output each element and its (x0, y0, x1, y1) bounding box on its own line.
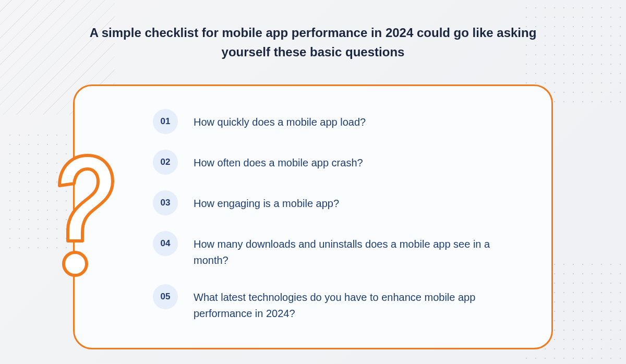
list-item: 04 How many downloads and uninstalls doe… (153, 234, 520, 269)
item-text: What latest technologies do you have to … (194, 287, 520, 322)
question-mark-icon (40, 143, 123, 291)
item-text: How quickly does a mobile app load? (194, 112, 366, 130)
item-number-badge: 03 (153, 190, 178, 215)
page-title: A simple checklist for mobile app perfor… (89, 23, 537, 62)
question-mark-icon-svg (40, 143, 123, 289)
card-wrapper: 01 How quickly does a mobile app load? 0… (73, 84, 553, 349)
list-item: 02 How often does a mobile app crash? (153, 153, 520, 175)
item-text: How often does a mobile app crash? (194, 153, 363, 171)
list-item: 03 How engaging is a mobile app? (153, 193, 520, 215)
item-number-badge: 01 (153, 109, 178, 134)
list-item: 01 How quickly does a mobile app load? (153, 112, 520, 134)
item-number-badge: 04 (153, 231, 178, 256)
item-text: How many downloads and uninstalls does a… (194, 234, 520, 269)
item-text: How engaging is a mobile app? (194, 193, 339, 212)
item-number-badge: 05 (153, 284, 178, 309)
list-item: 05 What latest technologies do you have … (153, 287, 520, 322)
item-number-badge: 02 (153, 150, 178, 175)
svg-point-0 (64, 252, 87, 275)
checklist-card: 01 How quickly does a mobile app load? 0… (73, 84, 553, 349)
page-container: A simple checklist for mobile app perfor… (0, 0, 626, 349)
